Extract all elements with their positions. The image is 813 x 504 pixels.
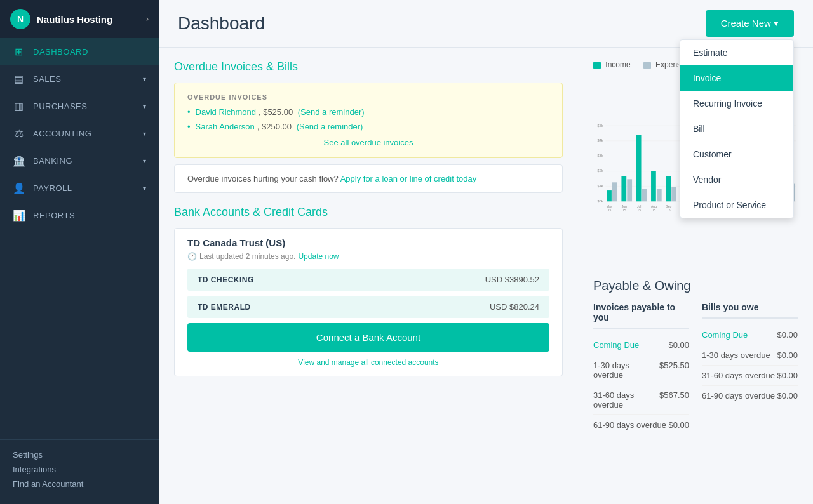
dropdown-item-estimate[interactable]: Estimate [680,40,793,65]
sidebar-item-label: BANKING [33,156,72,166]
dropdown-item-product-service[interactable]: Product or Service [680,192,793,218]
income-legend: Income [593,60,631,69]
sidebar: N Nautilus Hosting › ⊞ DASHBOARD ▤ SALES… [0,0,159,504]
connect-bank-button[interactable]: Connect a Bank Account [187,323,549,352]
sidebar-item-sales[interactable]: ▤ SALES ▾ [0,65,159,93]
update-now-link[interactable]: Update now [298,252,339,261]
payable-row: 61-90 days overdue $0.00 [593,415,689,435]
send-reminder-link-1[interactable]: (Send a reminder) [295,107,364,117]
svg-text:$1k: $1k [598,184,603,188]
see-all-overdue-link[interactable]: See all overdue invoices [187,138,549,147]
sidebar-item-dashboard[interactable]: ⊞ DASHBOARD [0,38,159,65]
chevron-down-icon: ▾ [143,76,147,83]
sidebar-item-reports[interactable]: 📊 REPORTS [0,202,159,229]
expense-legend-dot [643,62,651,69]
svg-text:$0k: $0k [598,199,603,203]
find-accountant-link[interactable]: Find an Accountant [13,479,146,489]
banking-icon: 🏦 [13,155,25,167]
svg-text:$4k: $4k [598,138,603,142]
row-label: 1-30 days overdue [593,361,659,380]
settings-link[interactable]: Settings [13,450,146,460]
svg-text:$5k: $5k [598,124,603,128]
bank-account-row-checking: TD CHECKING USD $3890.52 [187,269,549,291]
company-name: Nautilus Hosting [37,14,112,25]
bar-expense-may15 [612,182,617,201]
svg-rect-17 [657,189,662,201]
expense-legend: Expense [643,60,685,69]
dropdown-item-bill[interactable]: Bill [680,116,793,142]
bills-owe-table: Bills you owe Coming Due $0.00 1-30 days… [702,302,798,435]
overdue-customer-link-1[interactable]: David Richmond [196,107,256,117]
payable-tables: Invoices payable to you Coming Due $0.00… [593,302,798,435]
invoices-table-title: Invoices payable to you [593,302,689,329]
svg-rect-12 [621,176,626,201]
dropdown-item-vendor[interactable]: Vendor [680,167,793,192]
row-amount: $567.50 [659,390,689,409]
create-new-button[interactable]: Create New ▾ [706,10,794,37]
svg-text:$2k: $2k [598,169,603,173]
sidebar-item-payroll[interactable]: 👤 PAYROLL ▾ [0,175,159,202]
chevron-down-icon: ▾ [143,130,147,137]
svg-rect-18 [666,176,671,201]
bank-account-name: TD Canada Trust (US) [187,237,549,248]
chevron-down-icon: ▾ [143,185,147,192]
bills-table-title: Bills you owe [702,302,798,319]
svg-text:$3k: $3k [598,154,603,157]
sidebar-item-accounting[interactable]: ⚖ ACCOUNTING ▾ [0,120,159,147]
clock-icon: 🕐 [187,252,197,261]
reports-icon: 📊 [13,209,25,222]
loan-link[interactable]: Apply for a loan or line of credit today [340,174,477,183]
overdue-item: David Richmond, $525.00 (Send a reminder… [187,107,549,117]
row-label[interactable]: Coming Due [593,340,639,350]
row-amount: $0.00 [777,371,798,380]
row-label: 31-60 days overdue [702,371,775,380]
left-panel: Overdue Invoices & Bills OVERDUE INVOICE… [159,48,578,504]
row-label: 61-90 days overdue [702,391,775,401]
sidebar-header[interactable]: N Nautilus Hosting › [0,0,159,38]
overdue-customer-link-2[interactable]: Sarah Anderson [196,122,255,131]
payable-row: 1-30 days overdue $525.50 [593,355,689,385]
svg-rect-14 [636,135,642,201]
sidebar-item-label: SALES [33,74,61,84]
row-amount: $0.00 [777,330,798,340]
row-amount: $0.00 [777,350,798,360]
checking-account-amount: USD $3890.52 [485,275,539,284]
payable-row: 31-60 days overdue $567.50 [593,385,689,415]
payable-row: Coming Due $0.00 [593,335,689,355]
bank-last-updated: 🕐 Last updated 2 minutes ago. Update now [187,252,549,261]
dropdown-item-recurring-invoice[interactable]: Recurring Invoice [680,91,793,116]
view-manage-accounts-link[interactable]: View and manage all connected accounts [187,358,549,367]
payable-title: Payable & Owing [593,279,798,293]
bank-card: TD Canada Trust (US) 🕐 Last updated 2 mi… [174,228,563,376]
svg-rect-19 [671,187,676,202]
row-label[interactable]: Coming Due [702,330,748,340]
row-amount: $0.00 [777,391,798,401]
bar-income-may15 [607,190,612,201]
payable-row: 1-30 days overdue $0.00 [702,345,798,366]
sidebar-expand-icon: › [146,15,149,23]
send-reminder-link-2[interactable]: (Send a reminder) [294,122,363,131]
income-legend-dot [593,62,601,69]
checking-account-name: TD CHECKING [198,275,254,284]
purchases-icon: ▥ [13,100,25,112]
sidebar-item-purchases[interactable]: ▥ PURCHASES ▾ [0,93,159,120]
sidebar-footer: Settings Integrations Find an Accountant [0,439,159,504]
dropdown-item-customer[interactable]: Customer [680,142,793,167]
sidebar-item-label: PURCHASES [33,102,87,111]
chevron-down-icon: ▾ [143,103,147,110]
cash-flow-text: Overdue invoices hurting your cash flow? [187,174,339,183]
sidebar-item-label: DASHBOARD [33,47,88,56]
create-new-dropdown: Estimate Invoice Recurring Invoice Bill … [680,39,794,218]
payable-row: 31-60 days overdue $0.00 [702,366,798,386]
main-content: Dashboard Create New ▾ Estimate Invoice … [159,0,813,504]
svg-text:15: 15 [637,208,641,212]
integrations-link[interactable]: Integrations [13,465,146,474]
sidebar-nav: ⊞ DASHBOARD ▤ SALES ▾ ▥ PURCHASES ▾ ⚖ AC… [0,38,159,229]
sidebar-item-label: PAYROLL [33,183,72,193]
sidebar-item-banking[interactable]: 🏦 BANKING ▾ [0,147,159,175]
dropdown-item-invoice[interactable]: Invoice [680,65,793,91]
svg-text:15: 15 [667,208,671,212]
bank-account-row-emerald: TD EMERALD USD $820.24 [187,296,549,318]
page-title: Dashboard [178,13,706,34]
row-label: 31-60 days overdue [593,390,659,409]
